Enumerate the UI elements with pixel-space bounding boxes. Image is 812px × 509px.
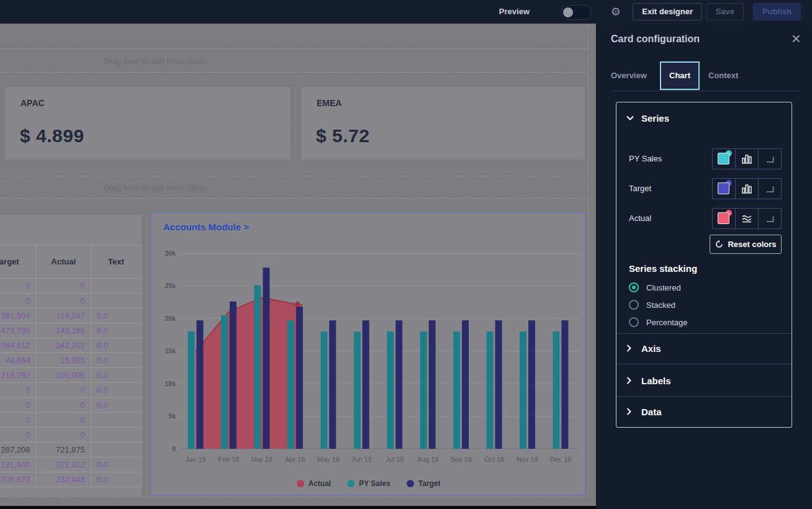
series-axis-button[interactable] — [758, 178, 782, 199]
column-header-actual: Actual — [36, 245, 91, 279]
table-row: 00 — [0, 294, 142, 309]
table-row: 361,504114,2470.0 — [0, 309, 142, 323]
svg-text:20k: 20k — [165, 315, 176, 322]
svg-text:Aug 18: Aug 18 — [417, 456, 439, 463]
table-cell: 0.0 — [91, 383, 141, 398]
drag-zone-text: Drag here to add more cards — [104, 182, 207, 192]
table-row: 472,736149,1650.0 — [0, 323, 142, 338]
canvas-right-edge-dashed — [588, 25, 589, 497]
tabs-divider — [611, 91, 800, 91]
svg-text:5k: 5k — [168, 412, 176, 420]
svg-text:30k: 30k — [165, 250, 176, 257]
series-color-button[interactable] — [712, 208, 736, 229]
series-type-area-button[interactable] — [735, 208, 759, 229]
preview-toggle[interactable] — [561, 5, 592, 20]
table-row: 000.0 — [0, 398, 142, 413]
chart-settings-box: Series PY Sales — [616, 102, 792, 428]
table-cell: 0 — [0, 279, 36, 294]
area-chart-icon — [741, 214, 752, 223]
table-row: 00 — [0, 413, 142, 428]
series-color-button[interactable] — [712, 148, 736, 169]
table-cell: 736,673 — [0, 472, 36, 487]
column-header-target: Target — [0, 245, 36, 279]
panel-title: Card configuration — [611, 34, 700, 45]
axis-corner-icon — [765, 214, 775, 223]
legend-item-py-sales: PY Sales — [347, 479, 390, 488]
radio-unselected-icon — [629, 300, 639, 310]
section-header-axis[interactable]: Axis — [616, 333, 792, 364]
toggle-knob-icon — [563, 7, 573, 17]
kpi-card-apac[interactable]: APAC $ 4.899 — [5, 87, 291, 160]
table-cell: 149,165 — [36, 323, 91, 338]
svg-text:Feb 18: Feb 18 — [218, 456, 239, 463]
chevron-right-icon — [626, 408, 631, 415]
series-color-button[interactable] — [712, 178, 736, 199]
table-cell: 0 — [36, 413, 91, 428]
table-cell: 342,202 — [36, 338, 91, 353]
tab-context[interactable]: Context — [708, 61, 738, 90]
close-icon[interactable]: × — [792, 29, 801, 48]
accounts-module-chart-card[interactable]: Accounts Module > 05k10k15k20k25k30kJan … — [151, 212, 585, 495]
table-cell: 0.0 — [91, 353, 141, 368]
series-axis-button[interactable] — [758, 148, 782, 169]
table-cell: 0.0 — [91, 309, 141, 323]
table-cell: 0 — [36, 383, 91, 398]
radio-percentage[interactable]: Percentage — [629, 316, 688, 328]
series-type-bar-button[interactable] — [735, 148, 759, 169]
svg-text:Jan 18: Jan 18 — [185, 456, 205, 463]
canvas-bottom-edge-dashed — [0, 497, 588, 497]
table-cell: 100,906 — [36, 368, 91, 383]
series-name: PY Sales — [629, 148, 662, 169]
series-axis-button[interactable] — [758, 208, 782, 229]
table-cell: 232,446 — [36, 472, 91, 487]
data-table: Target Actual Text 0000361,504114,2470.0… — [0, 245, 142, 487]
section-header-labels[interactable]: Labels — [616, 365, 792, 396]
exit-designer-button[interactable]: Exit designer — [633, 3, 702, 20]
drag-drop-zone-middle[interactable]: Drag here to add more cards — [0, 176, 588, 199]
table-header-row: Target Actual Text — [0, 245, 142, 279]
kpi-value: $ 4.899 — [20, 125, 84, 146]
save-button[interactable]: Save — [706, 3, 744, 20]
table-cell: 361,504 — [0, 309, 36, 323]
reset-colors-button[interactable]: Reset colors — [710, 235, 782, 254]
table-cell — [91, 413, 141, 428]
axis-corner-icon — [765, 155, 775, 164]
table-cell: 721,875 — [36, 443, 91, 457]
data-table-card[interactable]: Target Actual Text 0000361,504114,2470.0… — [0, 215, 142, 497]
chevron-right-icon — [626, 377, 631, 384]
axis-corner-icon — [765, 184, 775, 194]
chevron-right-icon — [626, 345, 631, 352]
color-swatch-icon — [718, 212, 730, 225]
table-cell: 0.0 — [91, 457, 141, 472]
table-cell: 0 — [36, 398, 91, 413]
canvas-bottom-strip — [0, 506, 596, 509]
card-configuration-panel: Card configuration × Overview Chart Cont… — [596, 24, 812, 509]
radio-stacked[interactable]: Stacked — [629, 299, 675, 311]
table-cell: 0 — [36, 294, 91, 309]
tab-chart[interactable]: Chart — [660, 61, 700, 90]
table-cell: 084,512 — [0, 338, 36, 353]
kpi-card-emea[interactable]: EMEA $ 5.72 — [301, 87, 585, 160]
legend-item-target: Target — [407, 479, 441, 488]
series-type-bar-button[interactable] — [735, 178, 759, 199]
radio-clustered[interactable]: Clustered — [629, 281, 681, 294]
series-name: Target — [629, 178, 651, 199]
table-row: 00 — [0, 279, 142, 294]
undo-arrow-icon — [715, 240, 724, 249]
tab-overview[interactable]: Overview — [611, 61, 647, 90]
radio-selected-icon — [629, 282, 639, 292]
table-row: 000.0 — [0, 383, 142, 398]
settings-gear-icon[interactable]: ⚙ — [611, 0, 621, 24]
table-cell: 372,912 — [36, 457, 91, 472]
table-row: 319,792100,9060.0 — [0, 368, 142, 383]
table-cell — [91, 428, 141, 443]
drag-drop-zone-top[interactable]: Drag here to add more cards — [0, 48, 588, 73]
table-row: 48,66415,3550.0 — [0, 353, 142, 368]
section-header-data[interactable]: Data — [616, 396, 792, 427]
publish-button[interactable]: Publish — [753, 3, 801, 20]
table-row: 181,840372,9120.0 — [0, 457, 142, 472]
svg-text:Nov 18: Nov 18 — [517, 456, 538, 463]
section-header-series[interactable]: Series — [616, 102, 792, 133]
table-cell: 0 — [0, 294, 36, 309]
svg-text:Dec 18: Dec 18 — [550, 456, 572, 463]
